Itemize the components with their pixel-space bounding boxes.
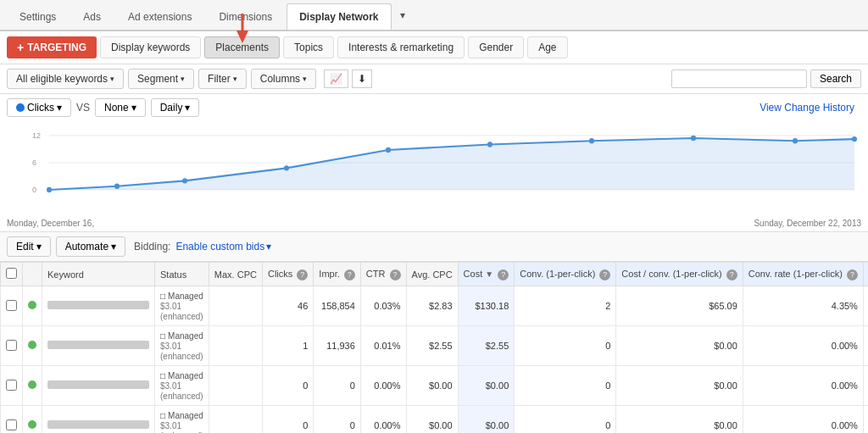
search-input-container: Search — [671, 69, 861, 88]
row-status-dot — [23, 326, 42, 366]
col-header-conv-rate[interactable]: Conv. rate (1-per-click) ? — [743, 263, 863, 286]
row-conv-rate: 0.00% — [743, 366, 863, 406]
table-wrapper: Keyword Status Max. CPC Clicks ? Impr. ?… — [0, 262, 868, 433]
tab-display-network[interactable]: Display Network — [287, 3, 391, 30]
row-status-dot — [23, 286, 42, 326]
sub-tab-placements[interactable]: Placements — [204, 36, 280, 58]
metric-dot — [16, 103, 25, 112]
sub-tab-gender[interactable]: Gender — [468, 36, 524, 58]
tab-settings[interactable]: Settings — [7, 3, 69, 30]
row-max-cpc — [209, 326, 262, 366]
col-header-status-dot — [23, 263, 42, 286]
chart-start-date: Monday, December 16, — [7, 219, 94, 228]
row-checkbox[interactable] — [1, 286, 23, 326]
svg-point-13 — [487, 142, 492, 147]
bidding-value[interactable]: Enable custom bids ▾ — [175, 241, 271, 253]
row-impr: 0 — [314, 366, 361, 406]
col-header-avg-cpc[interactable]: Avg. CPC — [406, 263, 458, 286]
automate-button[interactable]: Automate ▾ — [56, 236, 125, 257]
row-conv-rate: 0.00% — [743, 406, 863, 434]
tab-ad-extensions[interactable]: Ad extensions — [115, 3, 204, 30]
metric-clicks-button[interactable]: Clicks ▾ — [7, 98, 71, 117]
all-eligible-keywords-button[interactable]: All eligible keywords ▾ — [7, 69, 124, 89]
row-max-cpc — [209, 406, 262, 434]
top-tabs-bar: Settings Ads Ad extensions Dimensions Di… — [0, 0, 868, 31]
row-cost: $2.55 — [458, 326, 515, 366]
row-avg-cpc: $0.00 — [406, 406, 458, 434]
svg-point-17 — [852, 136, 857, 142]
svg-point-10 — [182, 178, 187, 183]
svg-point-12 — [386, 147, 391, 153]
filter-button[interactable]: Filter ▾ — [198, 69, 247, 89]
col-header-status[interactable]: Status — [155, 263, 209, 286]
select-all-checkbox[interactable] — [6, 268, 17, 279]
row-max-cpc — [209, 366, 262, 406]
tab-more-button[interactable]: ▾ — [393, 4, 412, 26]
svg-point-14 — [589, 138, 594, 143]
row-impr: 158,854 — [314, 286, 361, 326]
col-header-impr[interactable]: Impr. ? — [314, 263, 361, 286]
search-input[interactable] — [671, 69, 807, 88]
chart-controls-left: Clicks ▾ VS None ▾ Daily ▾ — [7, 98, 199, 117]
col-header-keyword[interactable]: Keyword — [42, 263, 155, 286]
targeting-button[interactable]: + TARGETING — [7, 36, 97, 58]
row-avg-cpc: $2.55 — [406, 326, 458, 366]
keywords-table: Keyword Status Max. CPC Clicks ? Impr. ?… — [0, 262, 868, 433]
sub-tabs-bar: + TARGETING Display keywords Placements … — [0, 31, 868, 64]
plus-icon: + — [17, 41, 24, 54]
row-keyword — [42, 286, 155, 326]
view-change-history-link[interactable]: View Change History — [760, 102, 854, 114]
table-row: □ Managed$3.01(enhanced) 46 158,854 0.03… — [1, 286, 869, 326]
chart-icon[interactable]: 📈 — [324, 69, 348, 88]
row-keyword — [42, 406, 155, 434]
row-status-dot — [23, 366, 42, 406]
columns-button[interactable]: Columns ▾ — [251, 69, 316, 89]
chart-dates: Monday, December 16, Sunday, December 22… — [0, 219, 868, 231]
row-status: □ Managed$3.01(enhanced) — [155, 406, 209, 434]
tab-ads[interactable]: Ads — [70, 3, 114, 30]
row-cost-conv: $0.00 — [616, 326, 743, 366]
row-max-cpc — [209, 286, 262, 326]
row-checkbox[interactable] — [1, 366, 23, 406]
row-view-through: 0 — [863, 286, 868, 326]
svg-text:12: 12 — [32, 131, 41, 140]
toolbar: Edit ▾ Automate ▾ Bidding: Enable custom… — [0, 231, 868, 262]
col-header-clicks[interactable]: Clicks ? — [262, 263, 313, 286]
table-header-row: Keyword Status Max. CPC Clicks ? Impr. ?… — [1, 263, 869, 286]
row-view-through: 0 — [863, 366, 868, 406]
svg-text:6: 6 — [32, 158, 36, 167]
segment-button[interactable]: Segment ▾ — [128, 69, 194, 89]
period-daily-button[interactable]: Daily ▾ — [151, 98, 200, 117]
col-header-cost[interactable]: Cost ▼ ? — [458, 263, 515, 286]
chart-svg: 12 6 0 — [7, 125, 861, 215]
row-conv-rate: 0.00% — [743, 326, 863, 366]
edit-button[interactable]: Edit ▾ — [7, 236, 51, 257]
sub-tab-display-keywords[interactable]: Display keywords — [100, 36, 201, 58]
download-icon[interactable]: ⬇ — [352, 69, 372, 88]
row-status: □ Managed$3.01(enhanced) — [155, 286, 209, 326]
svg-point-16 — [793, 138, 798, 143]
col-header-cost-conv[interactable]: Cost / conv. (1-per-click) ? — [616, 263, 743, 286]
row-cost-conv: $65.09 — [616, 286, 743, 326]
sub-tab-topics[interactable]: Topics — [283, 36, 334, 58]
table-row: □ Managed$3.01(enhanced) 1 11,936 0.01% … — [1, 326, 869, 366]
row-checkbox[interactable] — [1, 326, 23, 366]
col-header-conv[interactable]: Conv. (1-per-click) ? — [515, 263, 616, 286]
vs-none-button[interactable]: None ▾ — [95, 98, 146, 117]
sub-tab-interests[interactable]: Interests & remarketing — [337, 36, 465, 58]
row-ctr: 0.01% — [360, 326, 406, 366]
row-checkbox[interactable] — [1, 406, 23, 434]
svg-point-15 — [691, 136, 696, 141]
svg-point-8 — [47, 187, 52, 192]
metric-caret: ▾ — [57, 102, 62, 114]
row-view-through: 0 — [863, 406, 868, 434]
search-button[interactable]: Search — [810, 69, 861, 88]
svg-marker-1 — [236, 31, 248, 43]
col-header-view-through[interactable]: View-through conv. ? — [863, 263, 868, 286]
col-header-checkbox[interactable] — [1, 263, 23, 286]
col-header-ctr[interactable]: CTR ? — [360, 263, 406, 286]
table-row: □ Managed$3.01(enhanced) 0 0 0.00% $0.00… — [1, 366, 869, 406]
row-conv-rate: 4.35% — [743, 286, 863, 326]
col-header-max-cpc[interactable]: Max. CPC — [209, 263, 262, 286]
sub-tab-age[interactable]: Age — [527, 36, 567, 58]
